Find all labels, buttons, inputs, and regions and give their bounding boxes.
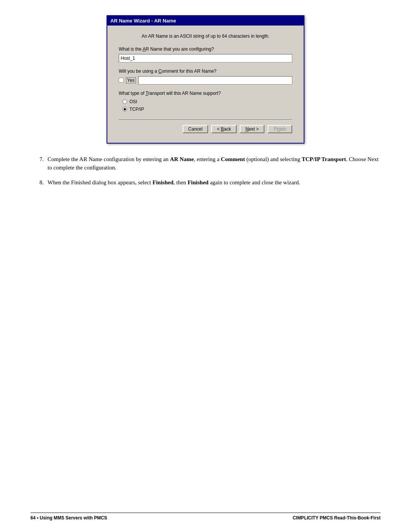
list-number-7: 7. [30,155,48,164]
radio-tcpip[interactable] [123,107,127,112]
footer-right: CIMPLICITY PMCS Read-This-Book-First [293,515,381,521]
finish-button[interactable]: Finish [268,125,292,133]
radio-row-osi: OSI [123,99,292,104]
dialog-description: An AR Name is an ASCII string of up to 6… [119,33,292,40]
radio-osi[interactable] [123,99,127,104]
dialog-window: AR Name Wizard - AR Name An AR Name is a… [107,15,304,144]
radio-row-tcpip: TCP/IP [123,107,292,112]
cancel-button[interactable]: Cancel [183,125,208,133]
question2-label: Will you be using a Comment for this AR … [119,69,292,74]
list-item-7: 7. Complete the AR Name configuration by… [30,155,381,172]
comment-row: Yes [119,76,292,85]
comment-input[interactable] [138,76,292,85]
radio-tcpip-label: TCP/IP [129,107,144,112]
ar-name-input[interactable] [119,54,292,62]
question3-label: What type of Transport will this AR Name… [119,91,292,96]
list-item-8: 8. When the Finished dialog box appears,… [30,178,381,187]
dialog-wrapper: AR Name Wizard - AR Name An AR Name is a… [30,15,381,144]
question1-label: What is the AR Name that you are configu… [119,46,292,52]
transport-section: What type of Transport will this AR Name… [119,91,292,112]
dialog-content: An AR Name is an ASCII string of up to 6… [107,26,304,143]
dialog-title: AR Name Wizard - AR Name [110,18,176,24]
dialog-buttons: Cancel < Back Next > Finish [119,125,292,137]
body-text: 7. Complete the AR Name configuration by… [30,155,381,193]
next-button[interactable]: Next > [240,125,264,133]
footer-left: 64 • Using MMS Servers with PMCS [30,515,107,521]
page-container: AR Name Wizard - AR Name An AR Name is a… [0,0,411,532]
list-text-7: Complete the AR Name configuration by en… [48,155,381,172]
dialog-separator [119,120,292,120]
comment-checkbox[interactable] [119,78,124,83]
list-text-8: When the Finished dialog box appears, se… [48,178,381,187]
list-number-8: 8. [30,178,48,187]
yes-label: Yes [126,77,136,83]
back-button[interactable]: < Back [211,125,237,133]
radio-osi-label: OSI [129,99,137,104]
page-footer: 64 • Using MMS Servers with PMCS CIMPLIC… [30,513,381,521]
dialog-titlebar: AR Name Wizard - AR Name [107,16,304,26]
